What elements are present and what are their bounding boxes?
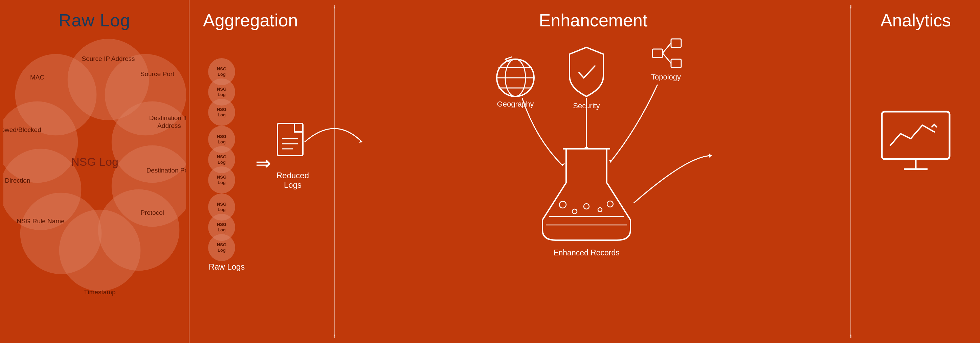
svg-rect-28: [671, 39, 681, 48]
nsg-stack-1: NSGLog NSGLog NSGLog: [208, 61, 235, 123]
svg-line-30: [663, 43, 671, 53]
svg-marker-43: [709, 154, 712, 158]
raw-logs-label: Raw Logs: [207, 262, 247, 272]
enhancement-svg: Geography Security Topology: [458, 20, 729, 325]
svg-rect-44: [882, 112, 950, 159]
source-ip-label: Source IP Address: [81, 55, 135, 62]
analytics-title: Analytics: [851, 0, 980, 30]
svg-rect-26: [652, 49, 663, 57]
svg-rect-27: [671, 59, 681, 68]
nsg-rule-label: NSG Rule Name: [17, 218, 65, 225]
right-section: Aggregation NSGLog NSGLog NSGLog NSGLog …: [189, 0, 980, 343]
nsg-bubble-1c: NSGLog: [208, 99, 235, 126]
enhanced-records-label: Enhanced Records: [553, 248, 620, 257]
svg-point-41: [598, 208, 602, 212]
dest-port-label: Destination Port: [146, 167, 186, 174]
analytics-panel: Analytics: [851, 0, 980, 343]
svg-point-39: [572, 209, 577, 214]
nsg-bubble-3c: NSGLog: [208, 234, 235, 261]
dest-ip-label-1: Destination IP: [149, 114, 186, 121]
nsg-bubble-2c: NSGLog: [208, 167, 235, 194]
enhancement-panel: Enhancement Geography Security: [335, 0, 851, 343]
dest-ip-label-2: Address: [158, 122, 181, 129]
mac-label: MAC: [30, 74, 45, 81]
allowed-blocked-label: Allowed/Blocked: [3, 126, 41, 133]
aggregation-title: Aggregation: [189, 0, 335, 30]
timestamp-label: Timestamp: [84, 289, 115, 295]
svg-point-38: [559, 201, 566, 208]
svg-point-40: [584, 204, 589, 209]
svg-line-29: [663, 53, 671, 63]
direction-label: Direction: [5, 177, 30, 184]
svg-marker-31: [561, 164, 565, 166]
protocol-label: Protocol: [140, 209, 164, 216]
venn-diagram: NSG Log MAC Source IP Address Source Por…: [3, 20, 186, 325]
raw-log-panel: Raw Log NSG Log MAC Source IP Address So…: [0, 0, 189, 343]
topology-label: Topology: [651, 73, 681, 81]
nsg-stack-3: NSGLog NSGLog NSGLog: [208, 196, 235, 259]
analytics-monitor-icon: [878, 108, 953, 176]
nsg-log-center-label: NSG Log: [71, 155, 118, 168]
svg-point-9: [59, 210, 140, 291]
geography-label: Geography: [497, 100, 534, 108]
aggregation-panel: Aggregation NSGLog NSGLog NSGLog NSGLog …: [189, 0, 335, 343]
nsg-stack-2: NSGLog NSGLog NSGLog: [208, 129, 235, 191]
svg-point-42: [607, 201, 613, 207]
aggregation-arrow: ⇒: [256, 154, 271, 173]
source-port-label: Source Port: [140, 70, 175, 78]
